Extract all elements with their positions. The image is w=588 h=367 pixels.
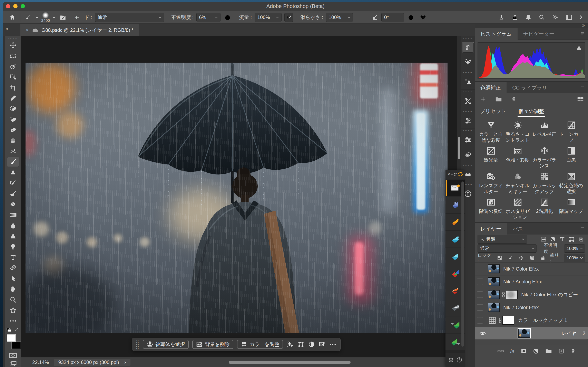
zoom-tool[interactable] (7, 295, 19, 305)
layer-fill-select[interactable]: 100% (564, 254, 585, 262)
layer-thumbnail[interactable] (518, 329, 530, 338)
spot-healing-brush-tool[interactable] (7, 115, 19, 124)
lock-position-icon[interactable] (518, 255, 525, 261)
layer-style-fx-icon[interactable]: fx (510, 348, 515, 354)
tab-layers[interactable]: レイヤー (475, 223, 507, 234)
adjustment-exposure[interactable]: 露光量 (477, 146, 504, 169)
tab-histogram[interactable]: ヒストグラム (475, 28, 518, 40)
foreground-color-swatch[interactable] (7, 334, 16, 342)
visibility-checkbox-empty[interactable] (477, 304, 483, 311)
paint-symmetry-butterfly-icon[interactable] (419, 13, 428, 22)
document-tab[interactable]: × G88.psdc @ 22.1% (レイヤー 2, RGB/8) * (20, 24, 139, 36)
healing-brush-tool[interactable] (7, 125, 19, 135)
eraser-tool[interactable] (7, 200, 19, 209)
sharpen-tool[interactable] (7, 231, 19, 241)
adjust-color-button[interactable]: カラーを調整 (237, 340, 283, 349)
chevron-down-icon[interactable] (35, 17, 38, 18)
share-icon[interactable] (512, 14, 518, 21)
lock-pixels-brush-icon[interactable] (507, 255, 514, 261)
chevron-down-icon[interactable] (53, 17, 56, 18)
layer-row[interactable]: Nik 7 Color Efex (475, 263, 588, 275)
layer-opacity-select[interactable]: 100% (564, 244, 585, 253)
visibility-checkbox-empty[interactable] (477, 317, 483, 324)
content-aware-move-tool[interactable] (7, 146, 19, 156)
panel-menu-icon[interactable] (580, 85, 585, 90)
history-brush-tool[interactable] (7, 178, 19, 188)
status-chevron-icon[interactable]: › (124, 359, 126, 365)
adjustment-hue-saturation[interactable]: 色相・彩度 (504, 146, 531, 169)
new-layer-icon[interactable] (558, 348, 564, 354)
adjustment-color-lookup[interactable]: カラールックアップ (531, 172, 558, 194)
list-view-icon[interactable] (577, 96, 584, 102)
home-button[interactable] (8, 13, 17, 22)
layer-row[interactable]: カラールックアップ 1 (475, 314, 588, 327)
adjustment-channel-mixer[interactable]: チャンネルミキサー (504, 172, 531, 194)
lock-all-icon[interactable] (539, 255, 547, 261)
crop-tool[interactable] (7, 83, 19, 92)
vertical-scrollbar-thumb[interactable] (458, 137, 460, 159)
dock-collapse-chevrons[interactable]: » (582, 22, 585, 28)
edit-toolbar-ellipsis-icon[interactable] (7, 316, 19, 326)
adjustment-vibrance[interactable]: カラーと自然な彩度 (477, 121, 504, 143)
layer-row-selected[interactable]: レイヤー 2 (475, 327, 588, 340)
visibility-toggle[interactable] (475, 275, 485, 288)
dock-grip[interactable]: •••••• (463, 72, 473, 74)
brush-tool[interactable] (7, 157, 19, 167)
screen-mode-icon[interactable] (9, 361, 17, 367)
panel-menu-icon[interactable] (580, 31, 585, 36)
dock-grip[interactable]: •••••• (463, 164, 473, 166)
layer-row[interactable]: Nik 7 Color Efex (475, 301, 588, 314)
patch-tool[interactable] (7, 136, 19, 146)
visibility-toggle[interactable] (477, 327, 488, 340)
layer-mask-thumbnail[interactable] (502, 316, 514, 325)
tab-cc-libraries[interactable]: CC ライブラリ (507, 82, 553, 93)
filter-shape-layers-icon[interactable] (568, 236, 576, 242)
brush-settings-panel-toggle[interactable] (58, 13, 67, 22)
clone-source-panel-icon[interactable] (462, 76, 474, 87)
default-colors-icon[interactable] (6, 327, 12, 332)
remove-tool[interactable] (7, 104, 19, 114)
taskbar-drag-handle[interactable]: •••••••••• (136, 340, 139, 349)
panel-menu-icon[interactable] (580, 226, 585, 231)
dock-grip[interactable]: •••••• (463, 130, 473, 132)
layer-name[interactable]: カラールックアップ 1 (518, 317, 567, 324)
tools-troubleshoot-panel-icon[interactable] (462, 96, 474, 106)
new-group-icon[interactable] (545, 348, 552, 354)
horizontal-scrollbar-thumb[interactable] (229, 361, 351, 364)
layer-mask-link-icon[interactable] (501, 292, 506, 298)
dock-grip[interactable]: •••••• (463, 91, 473, 93)
layer-mask-thumbnail[interactable] (506, 290, 518, 299)
select-subject-button[interactable]: 被写体を選択 (143, 340, 189, 349)
pressure-opacity-icon[interactable] (223, 13, 232, 22)
layer-row[interactable]: Nik 7 Analog Efex (475, 275, 588, 288)
object-selection-tool[interactable] (7, 72, 19, 82)
swap-colors-icon[interactable] (15, 327, 20, 332)
properties-sliders-panel-icon[interactable] (462, 134, 474, 145)
color-mixer-panel-icon[interactable] (462, 115, 474, 126)
dock-grip[interactable]: •••••• (463, 37, 473, 39)
layer-name[interactable]: Nik 7 Color Efex (503, 305, 539, 310)
rectangular-marquee-tool[interactable] (7, 51, 19, 61)
eyedropper-tool[interactable] (7, 93, 19, 103)
visibility-checkbox-empty[interactable] (477, 291, 483, 298)
adjustment-invert[interactable]: 階調の反転 (477, 198, 504, 220)
brush-angle-input[interactable]: 0° (381, 13, 404, 22)
color-lookup-layer-icon[interactable] (488, 316, 496, 324)
subtab-individual[interactable]: 個々の調整 (518, 108, 544, 115)
tab-close-icon[interactable]: × (26, 27, 29, 33)
selection-brush-tool[interactable] (7, 62, 19, 71)
adjustment-posterize[interactable]: ポスタリゼーション (504, 198, 531, 220)
dodge-tool[interactable] (7, 242, 19, 252)
visibility-toggle[interactable] (475, 314, 485, 327)
zoom-level[interactable]: 22.14% (32, 359, 49, 365)
smoothing-select[interactable]: 100% (326, 13, 353, 22)
pen-tool[interactable] (7, 263, 19, 273)
adjustment-color-balance[interactable]: カラーバランス (531, 146, 558, 169)
nik-settings-gear-icon[interactable] (448, 357, 454, 363)
link-layers-icon[interactable] (497, 349, 504, 354)
airbrush-toggle[interactable] (285, 13, 293, 22)
nik-minimize-icon[interactable]: − (450, 172, 453, 177)
background-color-swatch[interactable] (12, 342, 21, 349)
visibility-checkbox-empty[interactable] (477, 278, 483, 285)
layer-thumbnail[interactable] (488, 277, 500, 286)
